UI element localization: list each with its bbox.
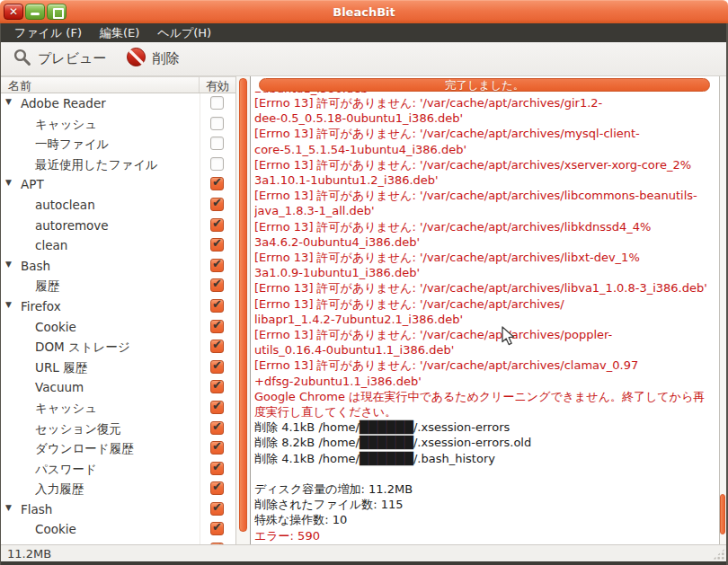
tree-header: 名前 有効 bbox=[1, 76, 235, 93]
enabled-checkbox[interactable] bbox=[210, 380, 224, 393]
output-log[interactable]: 2ubuntu1_i386.deb' [Errno 13] 許可がありません: … bbox=[254, 92, 717, 544]
tree-row[interactable]: パスワード bbox=[1, 459, 235, 480]
log-line: core-5.1_5.1.54-1ubuntu4_i386.deb' bbox=[254, 142, 717, 157]
log-line: [Errno 13] 許可がありません: '/var/cache/apt/arc… bbox=[254, 157, 717, 172]
cleaner-label: 入力履歴 bbox=[35, 481, 84, 498]
log-line: エラー: 590 bbox=[254, 528, 717, 543]
tree-row[interactable]: 入力履歴 bbox=[1, 479, 235, 499]
statusbar-size: 11.2MB bbox=[7, 547, 51, 561]
column-header-name[interactable]: 名前 bbox=[1, 77, 200, 93]
no-sign-icon bbox=[126, 47, 146, 71]
expander-icon[interactable]: ▼ bbox=[5, 260, 12, 269]
enabled-checkbox[interactable] bbox=[210, 360, 224, 374]
tree-row[interactable]: URL 履歴 bbox=[1, 358, 235, 378]
enabled-checkbox[interactable] bbox=[210, 441, 224, 455]
log-line: 3a1.0.9-1ubuntu1_i386.deb' bbox=[254, 265, 717, 280]
cleaner-label: autoclean bbox=[35, 198, 95, 212]
enabled-checkbox[interactable] bbox=[210, 198, 224, 211]
enabled-checkbox[interactable] bbox=[210, 401, 224, 414]
tree-row[interactable]: キャッシュ bbox=[1, 398, 235, 419]
enabled-checkbox[interactable] bbox=[210, 340, 224, 353]
enabled-checkbox[interactable] bbox=[210, 299, 224, 313]
log-line: 3a1.10.1-1ubuntu1.2_i386.deb' bbox=[254, 172, 717, 188]
tree-row[interactable]: ▼Bash bbox=[1, 256, 235, 277]
output-scrollbar-thumb[interactable] bbox=[720, 494, 725, 534]
cleaner-label: Firefox bbox=[21, 299, 61, 313]
tree-row[interactable]: セッション復元 bbox=[1, 419, 235, 439]
progress-banner: 完了しました。 bbox=[259, 78, 710, 92]
cleaner-label: Bash bbox=[21, 259, 50, 273]
log-line: dee-0.5_0.5.18-0ubuntu1_i386.deb' bbox=[254, 110, 717, 126]
column-header-enabled[interactable]: 有効 bbox=[200, 77, 235, 93]
delete-label: 削除 bbox=[152, 50, 179, 67]
log-line: [Errno 13] 許可がありません: '/var/cache/apt/arc… bbox=[254, 95, 717, 110]
tree-row[interactable]: 履歴 bbox=[1, 276, 235, 296]
preview-label: プレビュー bbox=[38, 50, 106, 67]
log-line: 特殊な操作数: 10 bbox=[254, 512, 717, 527]
cleaner-label: URL 履歴 bbox=[35, 360, 87, 376]
resize-grip-icon[interactable] bbox=[713, 548, 725, 560]
toolbar: プレビュー 削除 bbox=[0, 42, 728, 76]
titlebar[interactable]: BleachBit bbox=[0, 0, 728, 23]
tree-row[interactable]: autoclean bbox=[1, 195, 235, 216]
tree-row[interactable]: キャッシュ bbox=[1, 114, 235, 135]
menu-file[interactable]: ファイル (F) bbox=[7, 23, 89, 43]
enabled-checkbox[interactable] bbox=[210, 320, 224, 333]
tree-row[interactable]: Vacuum bbox=[1, 377, 235, 398]
cleaner-label: DOM ストレージ bbox=[35, 340, 130, 356]
tree-row[interactable]: DOM ストレージ bbox=[1, 337, 235, 358]
tree-row[interactable]: Cookie bbox=[1, 317, 235, 338]
enabled-checkbox[interactable] bbox=[210, 96, 224, 110]
expander-icon[interactable]: ▼ bbox=[5, 300, 12, 309]
log-line: java_1.8.3-1_all.deb' bbox=[254, 203, 717, 218]
enabled-checkbox[interactable] bbox=[210, 462, 224, 475]
cleaner-label: Cookie bbox=[35, 522, 76, 536]
cleaner-label: キャッシュ bbox=[35, 117, 97, 133]
cleaner-label: clean bbox=[35, 238, 67, 252]
enabled-checkbox[interactable] bbox=[210, 481, 224, 495]
cleaner-tree: ▼Adobe Readerキャッシュ一時ファイル最近使用したファイル▼APTau… bbox=[1, 93, 235, 544]
expander-icon[interactable]: ▼ bbox=[5, 97, 12, 106]
log-line: 度実行し直してください。 bbox=[254, 404, 717, 419]
cleaner-label: ダウンロード履歴 bbox=[35, 441, 134, 457]
enabled-checkbox[interactable] bbox=[210, 502, 224, 516]
menu-edit[interactable]: 編集(E) bbox=[93, 23, 146, 43]
cleaner-label: autoremove bbox=[35, 218, 109, 233]
expander-icon[interactable]: ▼ bbox=[5, 178, 12, 187]
window-bottom-border bbox=[0, 561, 728, 565]
cleaner-label: Adobe Reader bbox=[21, 96, 106, 110]
enabled-checkbox[interactable] bbox=[210, 259, 224, 272]
tree-row[interactable]: Cookie bbox=[1, 519, 235, 540]
tree-row[interactable]: ▼APT bbox=[1, 174, 235, 195]
output-scrollbar-track[interactable] bbox=[719, 76, 726, 544]
tree-row[interactable]: ▼Flash bbox=[1, 499, 235, 520]
tree-row[interactable]: 一時ファイル bbox=[1, 134, 235, 154]
enabled-checkbox[interactable] bbox=[210, 278, 224, 292]
delete-button[interactable]: 削除 bbox=[119, 43, 186, 75]
window-left-border bbox=[0, 23, 1, 565]
enabled-checkbox[interactable] bbox=[210, 218, 224, 232]
tree-row[interactable]: autoremove bbox=[1, 216, 235, 236]
enabled-checkbox[interactable] bbox=[210, 522, 224, 535]
tree-row[interactable]: ▼Adobe Reader bbox=[1, 93, 235, 114]
log-line: [Errno 13] 許可がありません: '/var/cache/apt/arc… bbox=[254, 188, 717, 203]
tree-scrollbar-thumb[interactable] bbox=[239, 78, 247, 532]
output-panel[interactable]: 完了しました。 2ubuntu1_i386.deb' [Errno 13] 許可… bbox=[250, 76, 719, 544]
enabled-checkbox[interactable] bbox=[210, 157, 224, 171]
enabled-checkbox[interactable] bbox=[210, 238, 224, 252]
enabled-checkbox[interactable] bbox=[210, 137, 224, 150]
tree-row[interactable]: ダウンロード履歴 bbox=[1, 438, 235, 459]
tree-row[interactable]: 最近使用したファイル bbox=[1, 154, 235, 175]
log-line: 削除 4.1kB /home/██████/.bash_history bbox=[254, 451, 717, 466]
tree-row[interactable]: clean bbox=[1, 235, 235, 256]
cleaner-label: キャッシュ bbox=[35, 401, 97, 417]
tree-row[interactable]: ▼Firefox bbox=[1, 296, 235, 317]
expander-icon[interactable]: ▼ bbox=[5, 503, 12, 512]
enabled-checkbox[interactable] bbox=[210, 421, 224, 435]
enabled-checkbox[interactable] bbox=[210, 177, 224, 190]
cleaner-label: 一時ファイル bbox=[35, 137, 109, 153]
menu-help[interactable]: ヘルプ(H) bbox=[150, 23, 218, 43]
cleaner-label: Flash bbox=[21, 502, 52, 516]
enabled-checkbox[interactable] bbox=[210, 117, 224, 130]
preview-button[interactable]: プレビュー bbox=[5, 44, 113, 75]
